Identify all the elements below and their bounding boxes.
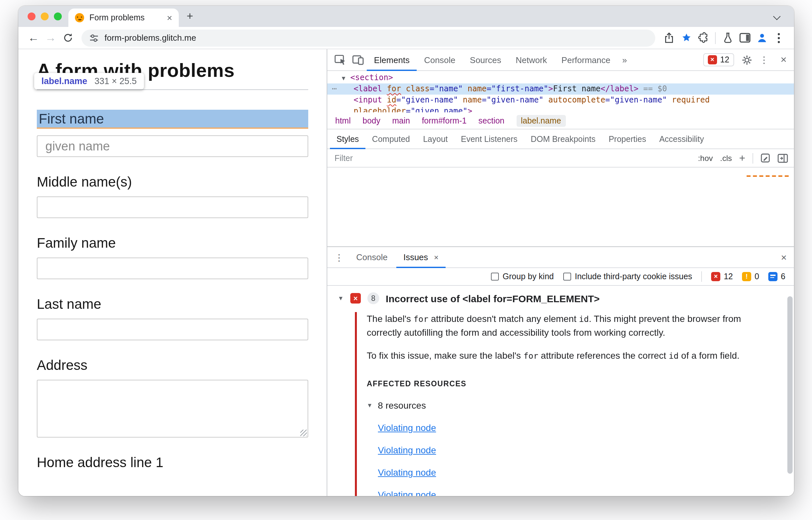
tab-dom-breakpoints[interactable]: DOM Breakpoints (524, 129, 602, 149)
address-bar[interactable]: form-problems.glitch.me (81, 29, 655, 46)
textarea-resize-handle[interactable] (300, 430, 307, 436)
violating-node-link[interactable]: Violating node (378, 488, 436, 496)
rendering-brush-icon[interactable] (760, 153, 770, 163)
drawer-tab-issues[interactable]: Issues × (396, 247, 446, 268)
tree-row-label-selected[interactable]: ⋯<label for class="name" name="first-nam… (327, 83, 794, 95)
form-label-middle-name: Middle name(s) (37, 174, 308, 190)
inspect-element-icon[interactable] (331, 54, 349, 66)
first-name-input[interactable] (37, 135, 308, 157)
drawer-tab-console[interactable]: Console (349, 247, 395, 268)
inspect-tooltip-size: 331 × 25.5 (95, 76, 137, 86)
share-icon[interactable] (660, 32, 678, 43)
new-tab-button[interactable]: + (187, 10, 193, 23)
new-style-rule-icon[interactable]: + (739, 152, 745, 164)
affected-resources-heading: AFFECTED RESOURCES (367, 377, 774, 391)
issue-header[interactable]: ▼ × 8 Incorrect use of <label for=FORM_E… (338, 292, 794, 304)
form-label-home-address-1: Home address line 1 (37, 454, 308, 470)
styles-filter-row: :hov .cls + (327, 149, 794, 167)
side-panel-icon[interactable] (736, 33, 753, 43)
browser-menu-kebab-icon[interactable] (770, 32, 787, 43)
violating-node-link[interactable]: Violating node (378, 443, 436, 457)
browser-tab[interactable]: Form problems × (68, 8, 179, 27)
sidebar-layout-icon[interactable] (778, 153, 788, 163)
input-autocomplete-attr: autocomplete (543, 95, 605, 104)
breadcrumb-body[interactable]: body (362, 116, 380, 125)
bookmark-star-icon[interactable] (678, 32, 695, 43)
expand-arrow-icon[interactable]: ▼ (342, 73, 350, 84)
label-inner-text: First name (553, 84, 601, 93)
tab-event-listeners[interactable]: Event Listeners (455, 129, 524, 149)
third-party-cookie-checkbox[interactable]: Include third-party cookie issues (563, 272, 692, 281)
input-name-value: ="given-name" (482, 95, 543, 104)
hover-state-button[interactable]: :hov (698, 153, 713, 163)
drawer-menu-kebab-icon[interactable]: ⋮ (334, 252, 344, 262)
tab-close-icon[interactable]: × (167, 13, 172, 22)
breadcrumb-section[interactable]: section (479, 116, 504, 125)
issue-expand-icon[interactable]: ▼ (338, 295, 344, 302)
back-icon[interactable]: ← (25, 31, 42, 44)
resources-expand-icon[interactable]: ▼ (367, 399, 373, 413)
message-badge-icon (768, 272, 778, 281)
devtools-settings-gear-icon[interactable] (742, 55, 752, 65)
tab-favicon-icon (75, 13, 84, 22)
label-gt: > (549, 84, 553, 93)
class-toggle-button[interactable]: .cls (720, 153, 732, 163)
more-tabs-icon[interactable]: » (617, 55, 631, 65)
breadcrumb-form[interactable]: form#form-1 (422, 116, 466, 125)
form-label-address: Address (37, 357, 308, 373)
issues-list: ▼ × 8 Incorrect use of <label for=FORM_E… (327, 286, 794, 496)
breadcrumb-main[interactable]: main (392, 116, 410, 125)
address-textarea[interactable] (37, 380, 308, 438)
issues-count-button[interactable]: × 12 (703, 53, 734, 67)
profile-avatar-icon[interactable] (753, 32, 770, 43)
zoom-window-button[interactable] (54, 12, 62, 20)
tab-accessibility[interactable]: Accessibility (653, 129, 710, 149)
issues-scrollbar-thumb[interactable] (787, 296, 793, 474)
tree-row-clipped[interactable]: placeholder="given name"> (327, 106, 794, 112)
drawer-close-icon[interactable]: × (781, 252, 787, 262)
issues-tab-close-icon[interactable]: × (434, 253, 439, 261)
close-window-button[interactable] (28, 12, 35, 20)
row-gutter-dots-icon: ⋯ (332, 83, 336, 95)
family-name-input[interactable] (37, 258, 308, 279)
devtools-panel: Elements Console Sources Network Perform… (327, 49, 794, 496)
breadcrumb-html[interactable]: html (335, 116, 351, 125)
tree-row-input[interactable]: <input id="given-name" name="given-name"… (327, 95, 794, 106)
tree-row-section[interactable]: ▼<section> (327, 72, 794, 83)
device-toolbar-icon[interactable] (349, 54, 367, 65)
experiments-flask-icon[interactable] (719, 32, 736, 43)
tab-styles[interactable]: Styles (330, 129, 365, 149)
middle-name-input[interactable] (37, 197, 308, 218)
violating-node-link[interactable]: Violating node (378, 421, 436, 435)
checkbox-icon[interactable] (563, 272, 571, 281)
resources-toggle[interactable]: ▼ 8 resources (367, 399, 774, 413)
styles-filter-input[interactable] (333, 153, 698, 163)
info-counter: 6 (768, 272, 785, 281)
devtools-close-icon[interactable]: × (781, 54, 787, 65)
errors-count: 12 (724, 272, 733, 281)
extensions-icon[interactable] (695, 32, 712, 43)
breadcrumb-label-selected[interactable]: label.name (516, 115, 565, 127)
devtools-tab-elements[interactable]: Elements (367, 49, 417, 71)
devtools-tab-network[interactable]: Network (508, 49, 554, 71)
last-name-input[interactable] (37, 319, 308, 340)
checkbox-icon[interactable] (491, 272, 499, 281)
tab-search-chevron-icon[interactable] (773, 13, 781, 20)
error-badge-icon: × (711, 272, 720, 281)
violating-node-link[interactable]: Violating node (378, 466, 436, 479)
devtools-menu-kebab-icon[interactable]: ⋮ (759, 54, 769, 65)
devtools-tab-console[interactable]: Console (417, 49, 462, 71)
minimize-window-button[interactable] (41, 12, 49, 20)
tab-computed[interactable]: Computed (365, 129, 416, 149)
reload-icon[interactable] (59, 33, 76, 43)
devtools-tab-performance[interactable]: Performance (554, 49, 618, 71)
group-by-kind-checkbox[interactable]: Group by kind (491, 272, 554, 281)
label-name-value: ="first-name" (487, 84, 549, 93)
input-gt: > (467, 106, 472, 112)
tab-layout[interactable]: Layout (416, 129, 454, 149)
site-settings-icon[interactable] (90, 33, 99, 42)
issue-count-badge: 8 (367, 292, 379, 304)
devtools-tab-sources[interactable]: Sources (463, 49, 508, 71)
forward-icon[interactable]: → (42, 31, 59, 44)
tab-properties[interactable]: Properties (602, 129, 653, 149)
